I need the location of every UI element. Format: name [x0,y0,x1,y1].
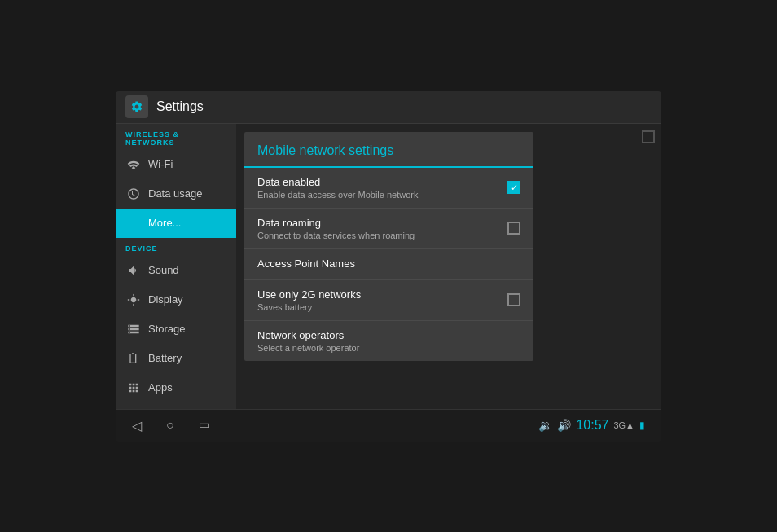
device-section-label: DEVICE [116,238,236,256]
sidebar-item-more[interactable]: More... [116,209,236,238]
use-only-2g-title: Use only 2G networks [257,288,507,301]
dialog-content: Data enabled Enable data access over Mob… [244,168,533,361]
sidebar-item-storage[interactable]: Storage [116,314,236,344]
use-only-2g-checkbox[interactable] [507,293,520,306]
content-area: WIRELESS & NETWORKS Wi-Fi Data usage [116,124,661,409]
wireless-section-label: WIRELESS & NETWORKS [116,124,236,150]
back-button[interactable]: ◁ [132,418,142,433]
sidebar-item-sound[interactable]: Sound [116,256,236,285]
apps-icon [125,380,142,396]
nav-buttons: ◁ ○ ▭ [132,418,209,433]
bottom-bar: ◁ ○ ▭ 🔉 🔊 10:57 3G▲ ▮ [116,409,661,442]
settings-icon [125,95,148,118]
more-label: More... [148,217,181,229]
signal-icon: 3G▲ [613,420,634,430]
dialog-row-data-roaming[interactable]: Data roaming Connect to data services wh… [244,209,533,249]
wifi-icon [125,156,142,173]
dialog-row-text-data-roaming: Data roaming Connect to data services wh… [257,217,507,240]
network-operators-title: Network operators [257,329,520,341]
sidebar-item-data-usage[interactable]: Data usage [116,179,236,209]
dialog-row-text-data-enabled: Data enabled Enable data access over Mob… [257,176,507,200]
data-usage-label: Data usage [148,187,203,200]
network-operators-subtitle: Select a network operator [257,343,520,353]
device-frame: Settings WIRELESS & NETWORKS Wi-Fi [116,91,661,442]
sound-icon [125,262,142,279]
settings-header: Settings [116,91,661,124]
dialog-row-text-use-only-2g: Use only 2G networks Saves battery [257,288,507,312]
dialog-row-access-point-names[interactable]: Access Point Names [244,249,533,280]
data-enabled-title: Data enabled [257,176,507,188]
sound-label: Sound [148,264,179,276]
more-icon [125,215,142,231]
battery-icon-sidebar [125,350,142,367]
clock-display: 10:57 [576,418,608,433]
dialog-row-data-enabled[interactable]: Data enabled Enable data access over Mob… [244,168,533,209]
status-area: 🔉 🔊 10:57 3G▲ ▮ [538,418,645,433]
personal-section-label: PERSONAL [116,402,236,409]
sidebar: WIRELESS & NETWORKS Wi-Fi Data usage [116,124,236,409]
sidebar-item-battery[interactable]: Battery [116,344,236,373]
mobile-network-dialog: Mobile network settings Data enabled Ena… [244,132,533,361]
settings-title: Settings [156,99,204,114]
data-roaming-subtitle: Connect to data services when roaming [257,231,507,240]
battery-status-icon: ▮ [639,420,645,431]
sidebar-item-wifi[interactable]: Wi-Fi [116,150,236,179]
dialog-row-text-network-operators: Network operators Select a network opera… [257,329,520,353]
use-only-2g-subtitle: Saves battery [257,302,507,312]
data-enabled-checkbox[interactable] [507,181,520,194]
access-point-names-title: Access Point Names [257,257,520,270]
wifi-label: Wi-Fi [148,158,173,170]
home-button[interactable]: ○ [166,418,174,433]
display-icon [125,292,142,308]
main-content: Mobile network settings Data enabled Ena… [236,124,661,409]
dialog-row-use-only-2g[interactable]: Use only 2G networks Saves battery [244,280,533,321]
data-enabled-subtitle: Enable data access over Mobile network [257,190,507,200]
dialog-overlay: Mobile network settings Data enabled Ena… [236,124,661,409]
display-label: Display [148,293,183,306]
data-usage-icon [125,186,142,202]
storage-label: Storage [148,323,186,335]
dialog-row-network-operators[interactable]: Network operators Select a network opera… [244,321,533,361]
storage-icon [125,321,142,337]
dialog-title: Mobile network settings [244,132,533,168]
sidebar-item-apps[interactable]: Apps [116,373,236,402]
sidebar-item-display[interactable]: Display [116,285,236,314]
battery-label: Battery [148,352,182,364]
dialog-row-text-access-point-names: Access Point Names [257,257,520,271]
apps-label: Apps [148,381,173,394]
volume-down-button[interactable]: 🔉 [538,419,552,432]
data-roaming-title: Data roaming [257,217,507,229]
recent-button[interactable]: ▭ [199,418,209,433]
volume-up-button[interactable]: 🔊 [557,419,571,432]
data-roaming-checkbox[interactable] [507,222,520,235]
